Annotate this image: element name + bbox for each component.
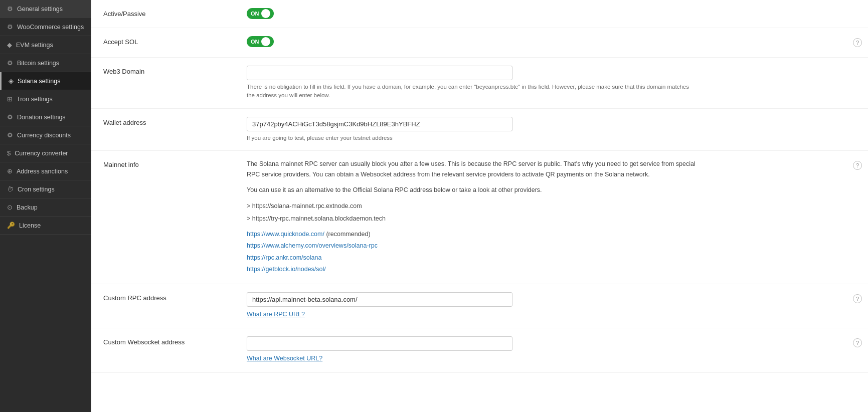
- sidebar-label-solana-settings: Solana settings: [18, 78, 60, 85]
- sidebar: ⚙General settings⚙WooCommerce settings◆E…: [0, 0, 91, 412]
- sidebar-icon-cron-settings: ⏱: [7, 185, 14, 193]
- main-content: Active/Passive ON Accept SOL ON ?: [91, 0, 868, 412]
- help-col-accept-sol: ?: [847, 28, 868, 58]
- sidebar-icon-currency-discounts: ⚙: [7, 131, 13, 139]
- row-wallet-address: Wallet address If you are going to test,…: [91, 108, 868, 150]
- control-custom-rpc: What are RPC URL?: [242, 284, 847, 328]
- help-col-custom-rpc: ?: [847, 284, 868, 328]
- info-link-item-1: https://www.alchemy.com/overviews/solana…: [247, 241, 698, 251]
- info-link-item-3: https://getblock.io/nodes/sol/: [247, 264, 698, 275]
- sidebar-icon-evm-settings: ◆: [7, 41, 12, 49]
- control-wallet-address: If you are going to test, please enter y…: [242, 108, 847, 150]
- help-col-wallet-address: [847, 108, 868, 150]
- sidebar-icon-license: 🔑: [7, 222, 15, 229]
- row-custom-websocket: Custom Websocket address What are Websoc…: [91, 328, 868, 372]
- sidebar-item-backup[interactable]: ⊙Backup: [0, 198, 91, 217]
- help-col-custom-websocket: ?: [847, 328, 868, 372]
- sidebar-item-general-settings[interactable]: ⚙General settings: [0, 0, 91, 18]
- sidebar-label-evm-settings: EVM settings: [16, 42, 53, 49]
- info-para1-mainnet-info: The Solana mainnet RPC server can usuall…: [247, 159, 698, 180]
- toggle-active-passive[interactable]: ON: [247, 8, 274, 19]
- sidebar-item-evm-settings[interactable]: ◆EVM settings: [0, 36, 91, 54]
- sidebar-item-woocommerce-settings[interactable]: ⚙WooCommerce settings: [0, 18, 91, 36]
- sidebar-label-license: License: [19, 222, 41, 229]
- sidebar-label-donation-settings: Donation settings: [17, 114, 66, 121]
- help-icon-custom-websocket[interactable]: ?: [853, 338, 862, 347]
- sidebar-icon-address-sanctions: ⊕: [7, 167, 13, 175]
- row-mainnet-info: Mainnet info The Solana mainnet RPC serv…: [91, 150, 868, 284]
- sidebar-item-license[interactable]: 🔑License: [0, 217, 91, 235]
- info-link-anchor-3[interactable]: https://getblock.io/nodes/sol/: [247, 266, 326, 273]
- label-web3-domain: Web3 Domain: [91, 58, 242, 109]
- sidebar-item-currency-converter[interactable]: $Currency converter: [0, 144, 91, 162]
- info-link-suffix-0: (recommended): [324, 231, 371, 238]
- help-icon-mainnet-info[interactable]: ?: [853, 161, 862, 170]
- sidebar-label-backup: Backup: [17, 204, 38, 211]
- hint-web3-domain: There is no obligation to fill in this f…: [247, 83, 698, 100]
- sidebar-label-currency-discounts: Currency discounts: [17, 132, 71, 139]
- sidebar-icon-backup: ⊙: [7, 203, 13, 211]
- help-col-active-passive: [847, 0, 868, 28]
- info-link-item-2: https://rpc.ankr.com/solana: [247, 253, 698, 263]
- settings-table: Active/Passive ON Accept SOL ON ?: [91, 0, 868, 373]
- input-wallet-address[interactable]: [247, 117, 512, 131]
- row-web3-domain: Web3 Domain There is no obligation to fi…: [91, 58, 868, 109]
- sidebar-label-tron-settings: Tron settings: [17, 96, 53, 103]
- sidebar-item-cron-settings[interactable]: ⏱Cron settings: [0, 180, 91, 198]
- sidebar-icon-bitcoin-settings: ⚙: [7, 59, 13, 67]
- info-link-anchor-1[interactable]: https://www.alchemy.com/overviews/solana…: [247, 242, 378, 249]
- toggle-accept-sol[interactable]: ON: [247, 36, 274, 47]
- sub-link-custom-rpc[interactable]: What are RPC URL?: [247, 311, 305, 318]
- sidebar-label-woocommerce-settings: WooCommerce settings: [17, 24, 84, 31]
- sidebar-item-currency-discounts[interactable]: ⚙Currency discounts: [0, 126, 91, 144]
- input-web3-domain[interactable]: [247, 66, 512, 80]
- sidebar-item-bitcoin-settings[interactable]: ⚙Bitcoin settings: [0, 54, 91, 72]
- help-col-web3-domain: [847, 58, 868, 109]
- sidebar-item-tron-settings[interactable]: ⊞Tron settings: [0, 90, 91, 108]
- sidebar-icon-tron-settings: ⊞: [7, 95, 13, 103]
- info-link-anchor-0[interactable]: https://www.quicknode.com/: [247, 231, 324, 238]
- toggle-label-accept-sol: ON: [251, 39, 259, 45]
- sidebar-label-address-sanctions: Address sanctions: [17, 168, 68, 175]
- help-icon-custom-rpc[interactable]: ?: [853, 294, 862, 303]
- sub-link-custom-websocket[interactable]: What are Websocket URL?: [247, 355, 322, 362]
- help-icon-accept-sol[interactable]: ?: [853, 38, 862, 47]
- row-custom-rpc: Custom RPC address What are RPC URL? ?: [91, 284, 868, 328]
- sidebar-icon-solana-settings: ◈: [9, 77, 14, 85]
- sidebar-label-bitcoin-settings: Bitcoin settings: [17, 60, 59, 67]
- hint-wallet-address: If you are going to test, please enter y…: [247, 134, 698, 142]
- row-active-passive: Active/Passive ON: [91, 0, 868, 28]
- control-web3-domain: There is no obligation to fill in this f…: [242, 58, 847, 109]
- toggle-knob-active-passive: [261, 9, 270, 18]
- input-custom-websocket[interactable]: [247, 336, 512, 351]
- sidebar-label-general-settings: General settings: [17, 6, 63, 13]
- sidebar-icon-general-settings: ⚙: [7, 5, 13, 13]
- label-wallet-address: Wallet address: [91, 108, 242, 150]
- sidebar-icon-currency-converter: $: [7, 149, 11, 157]
- info-link1-mainnet-info: > https://solana-mainnet.rpc.extnode.com: [247, 201, 698, 212]
- label-mainnet-info: Mainnet info: [91, 150, 242, 284]
- help-col-mainnet-info: ?: [847, 150, 868, 284]
- sidebar-icon-donation-settings: ⚙: [7, 113, 13, 121]
- input-custom-rpc[interactable]: [247, 292, 512, 307]
- control-active-passive: ON: [242, 0, 847, 28]
- sidebar-item-solana-settings[interactable]: ◈Solana settings: [0, 72, 91, 90]
- info-block-mainnet-info: The Solana mainnet RPC server can usuall…: [247, 159, 698, 275]
- sidebar-item-address-sanctions[interactable]: ⊕Address sanctions: [0, 162, 91, 180]
- sidebar-icon-woocommerce-settings: ⚙: [7, 23, 13, 31]
- label-accept-sol: Accept SOL: [91, 28, 242, 58]
- toggle-knob-accept-sol: [261, 37, 270, 46]
- label-active-passive: Active/Passive: [91, 0, 242, 28]
- info-para2-mainnet-info: You can use it as an alternative to the …: [247, 185, 698, 195]
- info-link2-mainnet-info: > https://try-rpc.mainnet.solana.blockda…: [247, 214, 698, 224]
- control-custom-websocket: What are Websocket URL?: [242, 328, 847, 372]
- control-accept-sol: ON: [242, 28, 847, 58]
- toggle-label-active-passive: ON: [251, 11, 259, 17]
- sidebar-item-donation-settings[interactable]: ⚙Donation settings: [0, 108, 91, 126]
- info-link-anchor-2[interactable]: https://rpc.ankr.com/solana: [247, 254, 321, 261]
- info-link-item-0: https://www.quicknode.com/ (recommended): [247, 229, 698, 240]
- row-accept-sol: Accept SOL ON ?: [91, 28, 868, 58]
- label-custom-websocket: Custom Websocket address: [91, 328, 242, 372]
- label-custom-rpc: Custom RPC address: [91, 284, 242, 328]
- control-mainnet-info: The Solana mainnet RPC server can usuall…: [242, 150, 847, 284]
